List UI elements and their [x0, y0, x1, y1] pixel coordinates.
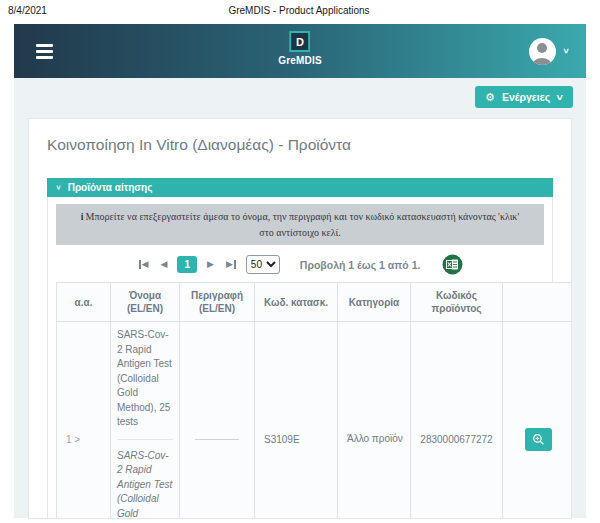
brand-name: GreMDIS — [278, 55, 322, 66]
table-header-row: α.α. Όνομα (EL/EN) Περιγραφή (EL/EN) Κωδ… — [57, 283, 573, 322]
name-el-text: SARS-Cov-2 Rapid Antigen Test (Colloidal… — [117, 328, 173, 440]
name-cell[interactable]: SARS-Cov-2 Rapid Antigen Test (Colloidal… — [111, 322, 180, 520]
last-page-button[interactable]: ▶ — [224, 258, 238, 271]
view-product-button[interactable] — [525, 428, 552, 451]
row-index-cell: 1 > — [57, 322, 111, 520]
pagination-bar: ◀ ◀ 1 ▶ ▶ 50 Προβολή 1 έως 1 από 1. — [56, 245, 544, 282]
info-note: iΜπορείτε να επεξεργαστείτε άμεσα το όνο… — [56, 204, 544, 245]
info-icon: i — [81, 211, 84, 222]
col-header-description: Περιγραφή (EL/EN) — [180, 283, 255, 322]
previous-page-button[interactable]: ◀ — [159, 258, 170, 271]
first-page-button[interactable]: ◀ — [137, 258, 151, 271]
products-panel: > Προϊόντα αίτησης iΜπορείτε να επεξεργα… — [47, 178, 553, 519]
actions-button-label: Ενέργειες — [502, 91, 550, 103]
info-note-text: Μπορείτε να επεξεργαστείτε άμεσα το όνομ… — [86, 211, 520, 238]
col-header-product-code: Κωδικός προϊόντος — [411, 283, 503, 322]
col-header-name: Όνομα (EL/EN) — [111, 283, 180, 322]
category-cell: Άλλο προϊόν — [338, 322, 411, 520]
actions-button[interactable]: ⚙ Ενέργειες > — [475, 86, 573, 108]
col-header-category: Κατηγορία — [338, 283, 411, 322]
chevron-down-icon: > — [560, 48, 570, 53]
excel-export-button[interactable] — [442, 254, 463, 275]
table-row: 1 > SARS-Cov-2 Rapid Antigen Test (Collo… — [57, 322, 573, 520]
top-navbar: D GreMDIS > — [14, 24, 586, 78]
gears-icon: ⚙ — [485, 91, 495, 104]
actions-cell — [503, 322, 573, 520]
current-page-indicator: 1 — [177, 256, 197, 273]
products-table: α.α. Όνομα (EL/EN) Περιγραφή (EL/EN) Κωδ… — [56, 282, 572, 519]
excel-icon — [442, 254, 463, 275]
hamburger-icon — [36, 44, 53, 47]
print-date: 8/4/2021 — [8, 5, 128, 16]
description-cell[interactable] — [180, 322, 255, 520]
print-title: GreMDIS - Product Applications — [128, 5, 470, 16]
print-page: 8/4/2021 GreMDIS - Product Applications … — [0, 0, 600, 518]
panel-header[interactable]: > Προϊόντα αίτησης — [47, 178, 553, 197]
brand-logo[interactable]: D GreMDIS — [278, 31, 322, 66]
name-en-text: SARS-Cov-2 Rapid Antigen Test (Colloidal… — [117, 449, 173, 520]
col-header-manufacturer-code: Κωδ. κατασκ. — [255, 283, 338, 322]
panel-body: iΜπορείτε να επεξεργαστείτε άμεσα το όνο… — [47, 197, 553, 519]
menu-toggle-button[interactable] — [32, 40, 57, 63]
panel-title: Προϊόντα αίτησης — [68, 182, 153, 193]
actions-row: ⚙ Ενέργειες > — [14, 86, 586, 108]
page-title: Κοινοποίηση In Vitro (Διανομέας) - Προϊό… — [47, 136, 553, 154]
col-header-actions — [503, 283, 573, 322]
avatar — [529, 38, 556, 65]
magnifier-plus-icon — [532, 433, 545, 446]
main-card: Κοινοποίηση In Vitro (Διανομέας) - Προϊό… — [28, 118, 572, 519]
app-logo-icon: D — [289, 31, 310, 52]
page-size-select[interactable]: 50 — [246, 255, 280, 274]
user-menu[interactable]: > — [529, 38, 568, 65]
pagination-summary: Προβολή 1 έως 1 από 1. — [300, 259, 421, 271]
product-code-cell: 2830000677272 — [411, 322, 503, 520]
print-header: 8/4/2021 GreMDIS - Product Applications — [0, 0, 600, 24]
next-page-button[interactable]: ▶ — [205, 258, 216, 271]
col-header-index: α.α. — [57, 283, 111, 322]
content-area: ⚙ Ενέργειες > Κοινοποίηση In Vitro (Διαν… — [14, 78, 586, 518]
empty-description-divider — [195, 439, 239, 440]
manufacturer-code-cell[interactable]: S3109E — [255, 322, 338, 520]
collapse-chevron-icon: > — [54, 185, 63, 190]
chevron-down-icon: > — [555, 94, 566, 100]
